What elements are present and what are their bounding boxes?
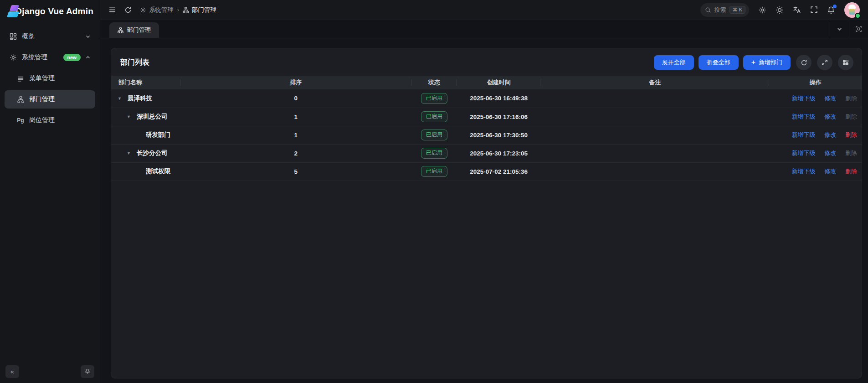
- edit-link[interactable]: 修改: [824, 113, 836, 120]
- sort-value: 1: [294, 132, 298, 139]
- table-refresh-icon[interactable]: [796, 55, 812, 70]
- sidebar: Django Vue Admin 概览: [0, 0, 100, 383]
- column-header-status: 状态: [411, 76, 457, 89]
- sidebar-item-label: 系统管理: [22, 53, 47, 62]
- language-translate-icon[interactable]: [793, 6, 801, 14]
- table-row: ▼ 晨泽科技 0 已启用 2025-06-30 16:49:38 新增下级 修改…: [111, 89, 862, 108]
- notification-bell-icon[interactable]: [827, 6, 835, 14]
- status-badge: 已启用: [421, 129, 447, 140]
- delete-link[interactable]: 删除: [845, 168, 857, 175]
- pg-text-icon: Pg: [16, 117, 25, 124]
- refresh-icon[interactable]: [124, 6, 132, 14]
- edit-link[interactable]: 修改: [824, 150, 836, 156]
- sidebar-item-label: 概览: [22, 32, 35, 41]
- status-badge: 已启用: [421, 111, 447, 122]
- gear-icon: [9, 54, 17, 61]
- delete-link: 删除: [845, 150, 857, 156]
- add-child-link[interactable]: 新增下级: [791, 95, 815, 102]
- content-area: 部门列表 展开全部 折叠全部 + 新增部门: [100, 38, 868, 383]
- department-name: 晨泽科技: [128, 94, 152, 103]
- fullscreen-icon[interactable]: [810, 6, 818, 14]
- delete-link[interactable]: 删除: [845, 131, 857, 138]
- edit-link[interactable]: 修改: [824, 95, 836, 102]
- breadcrumb-item-department[interactable]: 部门管理: [183, 6, 216, 14]
- column-header-sort: 排序: [180, 76, 411, 89]
- sidebar-menu: 概览 系统管理 new: [0, 23, 100, 360]
- tab-label: 部门管理: [127, 26, 151, 34]
- column-header-name: 部门名称: [111, 76, 180, 89]
- table-header-row: 部门名称 排序 状态 创建时间 备注 操作: [111, 76, 862, 89]
- department-table: 部门名称 排序 状态 创建时间 备注 操作 ▼ 晨泽科技 0 已启用: [111, 76, 862, 181]
- pin-icon[interactable]: [81, 365, 94, 378]
- sidebar-item-label: 菜单管理: [29, 74, 55, 83]
- sitemap-icon: [183, 7, 189, 13]
- breadcrumb-item-system[interactable]: 系统管理: [140, 6, 174, 14]
- expand-all-button[interactable]: 展开全部: [654, 55, 694, 70]
- panel-header: 部门列表 展开全部 折叠全部 + 新增部门: [111, 48, 862, 76]
- hamburger-menu-icon[interactable]: [108, 6, 116, 14]
- edit-link[interactable]: 修改: [824, 168, 836, 175]
- sidebar-item-system-management[interactable]: 系统管理 new: [5, 48, 95, 67]
- department-name: 长沙分公司: [137, 149, 168, 157]
- plus-icon: +: [751, 59, 755, 66]
- sidebar-item-label: 部门管理: [29, 95, 55, 104]
- sidebar-item-menu-management[interactable]: 菜单管理: [5, 69, 95, 88]
- chevron-down-icon: [85, 34, 91, 39]
- status-badge: 已启用: [421, 93, 447, 104]
- list-icon: [16, 75, 25, 82]
- created-time: 2025-06-30 16:49:38: [470, 95, 528, 102]
- search-icon: [705, 7, 711, 13]
- add-department-button[interactable]: + 新增部门: [743, 55, 791, 70]
- sidebar-item-post-management[interactable]: Pg 岗位管理: [5, 111, 95, 129]
- sidebar-footer: «: [0, 360, 100, 383]
- search-input[interactable]: 搜索 ⌘ K: [700, 3, 749, 17]
- department-name: 测试权限: [146, 167, 170, 176]
- delete-link: 删除: [845, 113, 857, 120]
- collapse-all-button[interactable]: 折叠全部: [699, 55, 739, 70]
- column-settings-icon[interactable]: [838, 55, 853, 70]
- department-name: 深圳总公司: [137, 113, 168, 121]
- breadcrumb: 系统管理 › 部门管理: [140, 6, 216, 14]
- sidebar-item-overview[interactable]: 概览: [5, 27, 95, 46]
- created-time: 2025-06-30 17:23:05: [470, 150, 528, 157]
- created-time: 2025-07-02 21:05:36: [470, 168, 528, 175]
- theme-toggle-sun-icon[interactable]: [776, 6, 784, 14]
- column-header-created: 创建时间: [457, 76, 540, 89]
- tabs-dropdown-chevron-icon[interactable]: [830, 20, 849, 38]
- tab-department-management[interactable]: 部门管理: [109, 22, 159, 38]
- sort-value: 1: [294, 114, 298, 120]
- created-time: 2025-06-30 17:30:50: [470, 132, 528, 139]
- tab-bar: 部门管理: [100, 20, 868, 38]
- column-header-operations: 操作: [769, 76, 862, 89]
- app-logo-row[interactable]: Django Vue Admin: [0, 0, 100, 23]
- add-child-link[interactable]: 新增下级: [791, 113, 815, 120]
- sidebar-collapse-button[interactable]: «: [5, 365, 19, 378]
- table-row: ▼ 深圳总公司 1 已启用 2025-06-30 17:16:06 新增下级 修…: [111, 108, 862, 126]
- delete-link: 删除: [845, 95, 857, 102]
- page-title: 部门列表: [120, 58, 149, 67]
- sidebar-submenu-system: 菜单管理 部门管理 Pg 岗位管理: [5, 69, 95, 129]
- chevron-up-icon: [85, 55, 91, 60]
- add-child-link[interactable]: 新增下级: [791, 131, 815, 138]
- content-maximize-icon[interactable]: [849, 20, 868, 38]
- online-status-dot: [855, 13, 861, 19]
- add-child-link[interactable]: 新增下级: [791, 150, 815, 156]
- main-area: 系统管理 › 部门管理 搜索 ⌘ K: [100, 0, 868, 383]
- expand-caret-icon[interactable]: ▼: [127, 114, 136, 119]
- sitemap-icon: [16, 96, 25, 103]
- gear-icon: [140, 7, 146, 13]
- search-placeholder: 搜索: [714, 6, 726, 14]
- table-row: ▼ 长沙分公司 2 已启用 2025-06-30 17:23:05 新增下级 修…: [111, 144, 862, 162]
- department-name: 研发部门: [146, 131, 170, 139]
- sidebar-item-label: 岗位管理: [29, 116, 55, 124]
- edit-link[interactable]: 修改: [824, 131, 836, 138]
- user-avatar[interactable]: [844, 2, 860, 18]
- add-child-link[interactable]: 新增下级: [791, 168, 815, 175]
- sitemap-icon: [118, 27, 123, 33]
- expand-caret-icon[interactable]: ▼: [127, 151, 136, 155]
- expand-caret-icon[interactable]: ▼: [118, 96, 127, 101]
- sidebar-item-department-management[interactable]: 部门管理: [5, 90, 95, 109]
- search-shortcut-badge: ⌘ K: [729, 6, 745, 14]
- settings-gear-icon[interactable]: [758, 6, 766, 14]
- table-fullscreen-icon[interactable]: [817, 55, 832, 70]
